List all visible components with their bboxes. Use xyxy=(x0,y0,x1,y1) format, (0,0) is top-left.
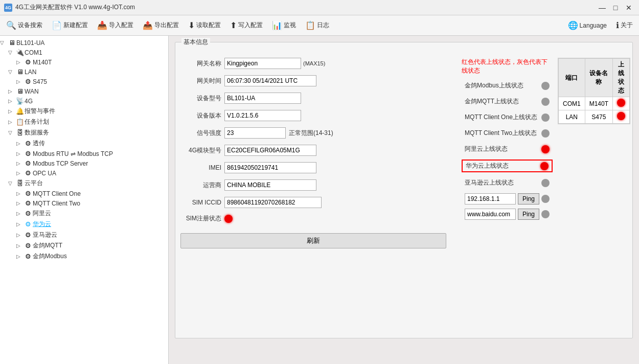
read-config-button[interactable]: ⬇ 读取配置 xyxy=(184,18,225,32)
language-button[interactable]: 🌐 Language xyxy=(564,18,611,32)
sidebar-item-jmodbus[interactable]: ▷⚙金鸽Modbus xyxy=(0,251,168,262)
sidebar-item-jmqtt[interactable]: ▷⚙金鸽MQTT xyxy=(0,240,168,251)
expand-icon-s475: ▷ xyxy=(16,79,24,84)
monitor-button[interactable]: 📊 监视 xyxy=(268,18,300,32)
item-label-jmodbus: 金鸽Modbus xyxy=(33,252,67,261)
ping1-input[interactable] xyxy=(465,193,516,204)
device-type-input[interactable] xyxy=(224,93,301,104)
operator-row: 运营商 xyxy=(180,179,446,191)
expand-icon-jmodbus: ▷ xyxy=(16,254,24,259)
sidebar-item-mqttone[interactable]: ▷⚙MQTT Client One xyxy=(0,189,168,198)
ping2-dot xyxy=(541,210,550,218)
sidebar-item-m140t[interactable]: ▷⚙M140T xyxy=(0,57,168,67)
sidebar-item-wan[interactable]: ▷🖥WAN xyxy=(0,86,168,96)
import-config-button[interactable]: 📥 导入配置 xyxy=(93,18,138,32)
sidebar-item-transparent[interactable]: ▷⚙透传 xyxy=(0,138,168,149)
sidebar-item-task[interactable]: ▷📋任务计划 xyxy=(0,117,168,127)
sidebar: ▽🖥BL101-UA▽🔌COM1▷⚙M140T▽🖥LAN▷⚙S475▷🖥WAN▷… xyxy=(0,36,169,364)
gateway-time-row: 网关时间 xyxy=(180,75,446,86)
sidebar-item-mqtttwo[interactable]: ▷⚙MQTT Client Two xyxy=(0,198,168,208)
gateway-name-max: (MAX15) xyxy=(303,60,325,66)
log-button[interactable]: 📋 日志 xyxy=(301,18,333,32)
sim-row: SIM ICCID xyxy=(180,197,446,208)
item-icon-4g: 📡 xyxy=(15,97,25,105)
table-cell-status xyxy=(613,110,630,124)
mqtttwo-status-label: MQTT Client Two上线状态 xyxy=(465,129,537,138)
sidebar-item-opcua[interactable]: ▷⚙OPC UA xyxy=(0,168,168,178)
item-icon-lan: 🖥 xyxy=(15,68,25,76)
about-button[interactable]: ℹ 关于 xyxy=(612,18,637,32)
item-label-bl101ua: BL101-UA xyxy=(16,39,44,47)
sidebar-item-s475[interactable]: ▷⚙S475 xyxy=(0,77,168,86)
sidebar-item-cloud[interactable]: ▽🗄云平台 xyxy=(0,178,168,189)
gateway-name-input[interactable] xyxy=(224,58,301,69)
export-config-button[interactable]: 📤 导出配置 xyxy=(139,18,183,32)
monitor-icon: 📊 xyxy=(272,20,282,30)
item-icon-cloud: 🗄 xyxy=(15,179,25,187)
close-button[interactable]: ✕ xyxy=(623,3,635,13)
table-status-dot xyxy=(617,112,625,120)
sidebar-item-modbusrtu[interactable]: ▷⚙Modbus RTU ⇌ Modbus TCP xyxy=(0,149,168,158)
huaweiyun-status-dot xyxy=(540,162,549,170)
sidebar-item-amazonyun[interactable]: ▷⚙亚马逊云 xyxy=(0,230,168,240)
sidebar-item-bl101ua[interactable]: ▽🖥BL101-UA xyxy=(0,38,168,48)
item-label-alarm: 报警与事件 xyxy=(25,107,55,116)
jmodbus-status-label: 金鸽Modbus上线状态 xyxy=(465,81,523,90)
sidebar-item-modbustcp[interactable]: ▷⚙Modbus TCP Server xyxy=(0,158,168,168)
signal-input[interactable] xyxy=(224,127,286,139)
log-icon: 📋 xyxy=(305,20,315,30)
aliyun-status-label: 阿里云上线状态 xyxy=(465,145,508,153)
item-label-modbustcp: Modbus TCP Server xyxy=(33,160,88,167)
maximize-button[interactable]: □ xyxy=(609,3,622,13)
gateway-name-row: 网关名称 (MAX15) xyxy=(180,58,446,69)
item-icon-dataservice: 🗄 xyxy=(15,129,25,136)
amazon-status-dot xyxy=(541,179,550,187)
device-version-input[interactable] xyxy=(224,110,301,121)
sidebar-item-alarm[interactable]: ▷🔔报警与事件 xyxy=(0,106,168,117)
search-button[interactable]: 🔍 设备搜索 xyxy=(2,18,47,32)
gateway-time-input[interactable] xyxy=(224,75,316,86)
item-icon-bl101ua: 🖥 xyxy=(7,39,16,47)
operator-input[interactable] xyxy=(224,179,316,191)
ping2-input[interactable] xyxy=(465,209,516,220)
sidebar-item-4g[interactable]: ▷📡4G xyxy=(0,96,168,106)
basic-info-panel: 基本信息 网关名称 (MAX15) 网关时间 设备型号 xyxy=(175,42,633,338)
sidebar-item-aliyun[interactable]: ▷⚙阿里云 xyxy=(0,208,168,219)
refresh-button[interactable]: 刷新 xyxy=(180,233,446,248)
mqtttwo-status-dot xyxy=(541,129,550,138)
item-icon-mqttone: ⚙ xyxy=(24,190,33,197)
item-label-aliyun: 阿里云 xyxy=(33,209,51,218)
sidebar-item-lan[interactable]: ▽🖥LAN xyxy=(0,67,168,77)
table-row: COM1M140T xyxy=(559,97,630,110)
ping1-button[interactable]: Ping xyxy=(518,193,539,204)
sidebar-item-huaweiyun[interactable]: ▷⚙华为云 xyxy=(0,219,168,230)
ping2-button[interactable]: Ping xyxy=(518,209,539,220)
expand-icon-alarm: ▷ xyxy=(8,108,15,114)
module-input[interactable] xyxy=(224,145,316,156)
signal-row: 信号强度 正常范围(14-31) xyxy=(180,127,446,139)
jmqtt-status-label: 金鸽MQTT上线状态 xyxy=(465,97,519,106)
amazon-status-label: 亚马逊云上线状态 xyxy=(465,178,514,187)
new-config-button[interactable]: 📄 新建配置 xyxy=(48,18,92,32)
signal-label: 信号强度 xyxy=(180,129,221,138)
title-bar: 4G 4G工业网关配置软件 V1.0 www.4g-IOT.com — □ ✕ xyxy=(0,0,639,15)
expand-icon-opcua: ▷ xyxy=(16,170,24,176)
write-config-button[interactable]: ⬆ 写入配置 xyxy=(226,18,267,32)
item-label-cloud: 云平台 xyxy=(25,179,43,188)
sidebar-item-com1[interactable]: ▽🔌COM1 xyxy=(0,48,168,57)
device-type-row: 设备型号 xyxy=(180,93,446,104)
item-icon-aliyun: ⚙ xyxy=(24,210,33,217)
huaweiyun-status: 华为云上线状态 xyxy=(462,160,553,172)
expand-icon-amazonyun: ▷ xyxy=(16,232,24,238)
huaweiyun-status-label: 华为云上线状态 xyxy=(466,162,509,170)
minimize-button[interactable]: — xyxy=(596,3,608,13)
imei-input[interactable] xyxy=(224,162,316,173)
col-status: 上线状态 xyxy=(613,59,630,97)
item-label-task: 任务计划 xyxy=(25,118,49,126)
jmodbus-status: 金鸽Modbus上线状态 xyxy=(462,80,553,91)
expand-icon-m140t: ▷ xyxy=(16,59,24,65)
content-area: 基本信息 网关名称 (MAX15) 网关时间 设备型号 xyxy=(169,36,639,364)
log-label: 日志 xyxy=(317,21,329,30)
sidebar-item-dataservice[interactable]: ▽🗄数据服务 xyxy=(0,127,168,138)
sim-input[interactable] xyxy=(224,197,322,208)
